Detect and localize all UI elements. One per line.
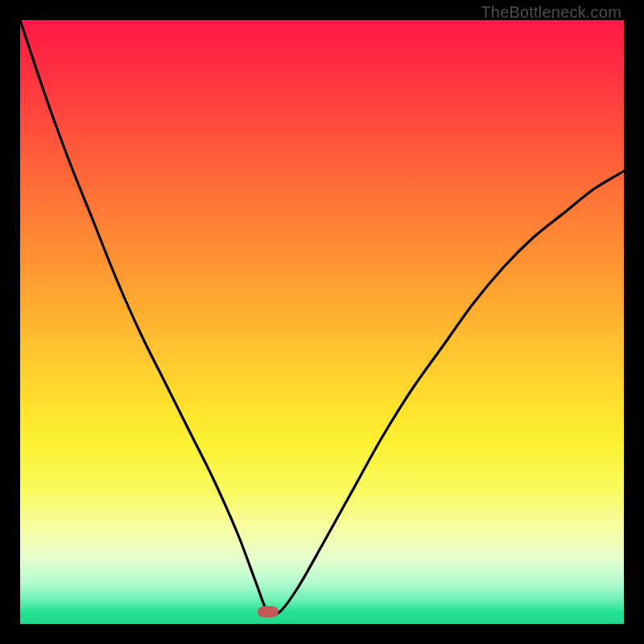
bottleneck-curve (20, 20, 624, 624)
chart-plot-area (20, 20, 624, 624)
optimum-marker (258, 606, 279, 617)
chart-frame: TheBottleneck.com (0, 0, 644, 644)
attribution-text: TheBottleneck.com (481, 3, 621, 22)
